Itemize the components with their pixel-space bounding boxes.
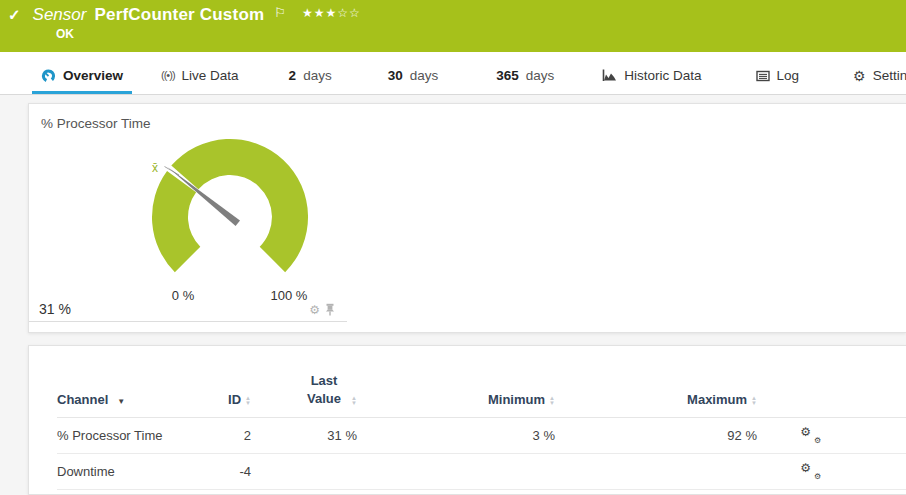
broadcast-icon: ((•)) — [161, 69, 175, 81]
tab-label: Live Data — [182, 68, 239, 83]
tab-log[interactable]: Log — [747, 60, 809, 94]
table-header-row: Channel ▼ ID ▲▼ Last Val — [57, 346, 906, 418]
tab-unit: days — [410, 68, 439, 83]
gauge-panel: % Processor Time x̄ 0 % 100 % 31 % — [28, 103, 906, 333]
tab-number: 2 — [289, 68, 297, 83]
table-row-processor-time: % Processor Time 2 31 % 3 % 92 % ⚙ ⚙ — [57, 418, 906, 454]
gauge-max-label: 100 % — [261, 288, 317, 303]
object-type-label: Sensor — [33, 5, 87, 25]
page-title: PerfCounter Custom — [94, 5, 264, 25]
column-label: Maximum — [687, 392, 747, 407]
gauge-toolbar: ⚙ — [309, 303, 335, 316]
column-header-minimum[interactable]: Minimum ▲▼ — [377, 346, 573, 418]
status-ok-check-icon: ✓ — [8, 6, 21, 24]
channel-table: Channel ▼ ID ▲▼ Last Val — [57, 346, 906, 490]
tab-historic-data[interactable]: Historic Data — [593, 60, 710, 94]
gauge-icon — [41, 68, 56, 83]
tab-unit: days — [526, 68, 555, 83]
tab-bar: Overview ((•)) Live Data 2 days 30 days … — [0, 52, 906, 95]
column-header-actions — [773, 346, 906, 418]
log-icon — [756, 70, 770, 82]
flag-icon[interactable]: ⚐ — [274, 5, 286, 20]
tab-number: 365 — [496, 68, 519, 83]
tab-label: Overview — [63, 68, 123, 83]
gauge-min-label: 0 % — [165, 288, 201, 303]
column-header-channel[interactable]: Channel ▼ — [57, 346, 197, 418]
tab-365-days[interactable]: 365 days — [487, 60, 563, 94]
tab-overview[interactable]: Overview — [32, 60, 132, 94]
tab-settings[interactable]: ⚙ Settings — [844, 60, 906, 94]
channel-name[interactable]: Downtime — [57, 454, 197, 490]
column-header-maximum[interactable]: Maximum ▲▼ — [573, 346, 773, 418]
gauge-current-value: 31 % — [39, 301, 71, 317]
tab-label: Log — [777, 68, 800, 83]
tab-label: Settings — [873, 68, 906, 83]
tab-unit: days — [303, 68, 332, 83]
column-header-last-value[interactable]: Last Value ▲▼ — [267, 346, 377, 418]
area-chart-icon — [602, 69, 617, 82]
channel-last-value: 31 % — [267, 418, 377, 454]
processor-time-gauge: x̄ — [130, 129, 330, 281]
sort-icon: ▲▼ — [751, 396, 757, 405]
avg-marker-label: x̄ — [152, 161, 158, 175]
channel-minimum: 3 % — [377, 418, 573, 454]
tab-number: 30 — [388, 68, 403, 83]
priority-stars[interactable]: ★★★☆☆ — [302, 6, 361, 20]
channel-table-panel: Channel ▼ ID ▲▼ Last Val — [28, 345, 906, 495]
column-label: Channel — [57, 392, 108, 407]
channel-minimum — [377, 454, 573, 490]
channel-maximum: 92 % — [573, 418, 773, 454]
sort-icon: ▲▼ — [245, 396, 251, 405]
sort-icon: ▲▼ — [549, 396, 555, 405]
gauge-widget: % Processor Time x̄ 0 % 100 % 31 % — [29, 104, 347, 322]
channel-name[interactable]: % Processor Time — [57, 418, 197, 454]
gear-icon: ⚙ — [853, 69, 866, 83]
column-label: ID — [228, 392, 241, 407]
channel-id: -4 — [197, 454, 267, 490]
content-area: % Processor Time x̄ 0 % 100 % 31 % — [0, 95, 906, 495]
tab-live-data[interactable]: ((•)) Live Data — [152, 60, 248, 94]
status-badge: OK — [56, 27, 896, 41]
column-label: Minimum — [488, 392, 545, 407]
sort-icon: ▲▼ — [351, 396, 357, 405]
sensor-status-header: ✓ Sensor PerfCounter Custom ⚐ ★★★☆☆ OK — [0, 0, 906, 52]
gauge-settings-gear-icon[interactable]: ⚙ — [309, 304, 320, 316]
column-label: Last Value — [301, 372, 347, 407]
prtg-sensor-page: ✓ Sensor PerfCounter Custom ⚐ ★★★☆☆ OK O… — [0, 0, 906, 495]
tab-2-days[interactable]: 2 days — [280, 60, 341, 94]
table-row-downtime: Downtime -4 ⚙ ⚙ — [57, 454, 906, 490]
channel-maximum — [573, 454, 773, 490]
column-header-id[interactable]: ID ▲▼ — [197, 346, 267, 418]
channel-id: 2 — [197, 418, 267, 454]
channel-last-value — [267, 454, 377, 490]
pin-icon[interactable] — [325, 303, 335, 316]
tab-30-days[interactable]: 30 days — [379, 60, 448, 94]
sort-desc-icon: ▼ — [117, 397, 125, 406]
tab-label: Historic Data — [624, 68, 701, 83]
